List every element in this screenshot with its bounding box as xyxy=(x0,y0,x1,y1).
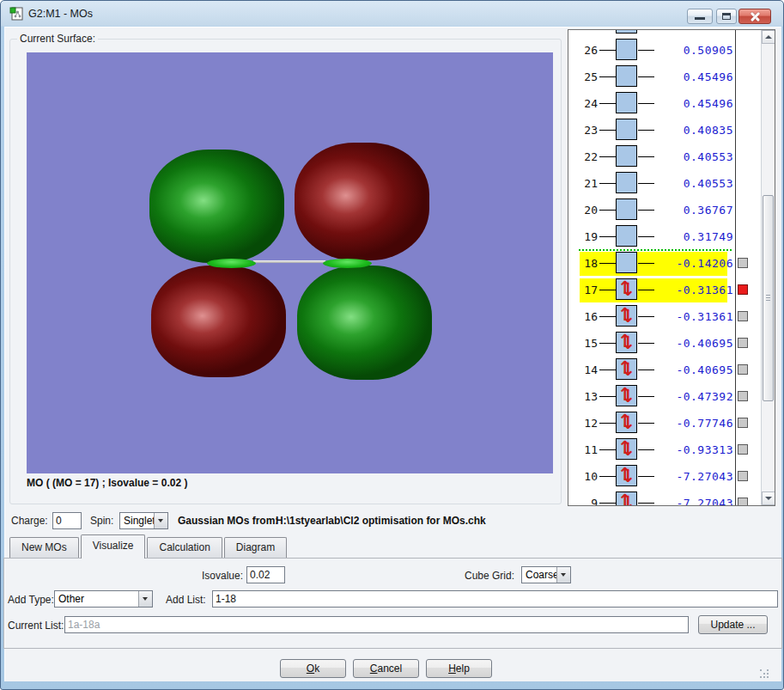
orbital-occupancy-box[interactable]: ↑↓ xyxy=(616,492,637,506)
energy-level-line xyxy=(599,476,616,477)
mo-surface-checkbox-11[interactable] xyxy=(738,444,748,455)
orbital-occupancy-box[interactable] xyxy=(616,65,637,87)
charge-input[interactable] xyxy=(52,512,82,529)
tab-visualize[interactable]: Visualize xyxy=(81,534,146,559)
mo-number: 23 xyxy=(574,124,598,137)
spin-dropdown-button[interactable] xyxy=(154,513,167,528)
orbital-occupancy-box[interactable] xyxy=(616,172,637,193)
orbital-occupancy-box[interactable] xyxy=(616,29,637,34)
mo-row-22[interactable]: 220.40553 xyxy=(568,144,775,170)
mo-number: 22 xyxy=(574,150,598,163)
mo-energy-value: -0.77746 xyxy=(654,417,733,430)
energy-level-line xyxy=(599,290,616,290)
orbital-occupancy-box[interactable]: ↑↓ xyxy=(616,412,637,433)
help-button[interactable]: Help xyxy=(426,659,492,678)
spin-down-arrow-icon: ↓ xyxy=(620,440,635,460)
chevron-down-icon xyxy=(158,519,163,522)
mo-surface-checkbox-14[interactable] xyxy=(738,364,748,375)
mo-row-23[interactable]: 230.40835 xyxy=(568,118,775,143)
energy-level-line xyxy=(599,263,616,264)
maximize-button[interactable] xyxy=(716,9,737,24)
charge-label: Charge: xyxy=(11,515,48,527)
orbital-occupancy-box[interactable] xyxy=(616,92,637,113)
tab-new-mos[interactable]: New MOs xyxy=(9,537,79,558)
mo-row-19[interactable]: 190.31749 xyxy=(568,224,775,250)
orbital-occupancy-box[interactable] xyxy=(616,252,637,273)
mo-row-25[interactable]: 250.45496 xyxy=(568,64,775,90)
orbital-occupancy-box[interactable] xyxy=(616,119,637,140)
mo-surface-checkbox-18[interactable] xyxy=(738,258,748,268)
mo-row-16[interactable]: 16↑↓-0.31361 xyxy=(568,304,775,330)
tab-diagram[interactable]: Diagram xyxy=(224,537,287,558)
mo-surface-checkbox-15[interactable] xyxy=(738,338,748,348)
cancel-button[interactable]: Cancel xyxy=(353,659,419,678)
energy-level-line xyxy=(599,236,616,237)
mo-surface-checkbox-9[interactable] xyxy=(738,498,748,506)
spin-down-arrow-icon: ↓ xyxy=(620,387,635,406)
spin-down-arrow-icon: ↓ xyxy=(620,333,635,353)
add-type-dropdown[interactable]: Other xyxy=(54,590,153,608)
orbital-occupancy-box[interactable]: ↑↓ xyxy=(616,332,637,353)
mo-surface-checkbox-10[interactable] xyxy=(738,471,748,481)
orbital-occupancy-box[interactable] xyxy=(616,145,637,167)
orbital-occupancy-box[interactable] xyxy=(616,198,637,220)
minimize-button[interactable] xyxy=(687,9,713,24)
mo-surface-checkbox-13[interactable] xyxy=(738,391,748,401)
mo-row-15[interactable]: 15↑↓-0.40695 xyxy=(568,331,775,357)
energy-level-line xyxy=(599,396,616,397)
ok-button[interactable]: Ok xyxy=(280,659,346,678)
source-path: H:\1styearlab\Cl2 optimisation for MOs.c… xyxy=(276,515,486,527)
mo-row-24[interactable]: 240.45496 xyxy=(568,91,775,117)
mo-row-26[interactable]: 260.50905 xyxy=(568,38,775,64)
mo-row-12[interactable]: 12↑↓-0.77746 xyxy=(568,411,775,437)
orbital-occupancy-box[interactable]: ↑↓ xyxy=(616,278,637,300)
mo-row-21[interactable]: 210.40553 xyxy=(568,171,775,197)
current-list-input[interactable] xyxy=(64,616,689,633)
chevron-down-icon xyxy=(561,573,566,577)
mo-row-14[interactable]: 14↑↓-0.40695 xyxy=(568,357,775,383)
mo-row-27[interactable]: 27 xyxy=(568,29,775,37)
orbital-occupancy-box[interactable]: ↑↓ xyxy=(616,465,637,486)
mo-row-10[interactable]: 10↑↓-7.27043 xyxy=(568,464,775,490)
title-bar[interactable]: G2:M1 - MOs xyxy=(1,1,784,27)
spin-down-arrow-icon: ↓ xyxy=(620,413,635,433)
mo-row-20[interactable]: 200.36767 xyxy=(568,198,775,223)
mo-row-17[interactable]: 17↑↓-0.31361 xyxy=(568,278,775,303)
orbital-occupancy-box[interactable] xyxy=(616,225,637,247)
resize-grip[interactable] xyxy=(760,669,772,681)
energy-level-line xyxy=(638,183,654,184)
mo-3d-viewport[interactable] xyxy=(27,52,553,473)
surface-caption: MO ( (MO = 17) ; Isovalue = 0.02 ) xyxy=(27,477,187,489)
mo-surface-checkbox-17[interactable] xyxy=(738,284,748,295)
energy-level-line xyxy=(599,210,616,211)
close-button[interactable] xyxy=(738,9,771,24)
energy-level-line xyxy=(599,130,616,131)
orbital-occupancy-box[interactable]: ↑↓ xyxy=(616,385,637,406)
orbital-occupancy-box[interactable]: ↑↓ xyxy=(616,358,637,380)
mo-surface-checkbox-16[interactable] xyxy=(738,311,748,321)
mo-row-13[interactable]: 13↑↓-0.47392 xyxy=(568,384,775,410)
orbital-occupancy-box[interactable] xyxy=(616,39,637,60)
mo-row-11[interactable]: 11↑↓-0.93313 xyxy=(568,437,775,463)
energy-level-line xyxy=(638,449,654,450)
mo-energy-value: -0.93313 xyxy=(654,443,733,456)
cube-grid-dropdown[interactable]: Coarse xyxy=(521,566,571,583)
orbital-occupancy-box[interactable]: ↑↓ xyxy=(616,305,637,327)
mo-number: 11 xyxy=(574,443,598,456)
tab-calculation[interactable]: Calculation xyxy=(147,537,222,558)
update-button[interactable]: Update ... xyxy=(698,615,768,634)
mo-number: 16 xyxy=(574,310,598,323)
mo-row-9[interactable]: 9↑↓-7.27043 xyxy=(568,491,775,506)
mo-number: 19 xyxy=(574,230,598,243)
mo-surface-checkbox-12[interactable] xyxy=(738,418,748,428)
maximize-icon xyxy=(722,13,731,20)
spin-dropdown[interactable]: Singlet xyxy=(119,512,168,529)
isovalue-input[interactable] xyxy=(246,566,285,583)
add-list-input[interactable] xyxy=(212,590,778,608)
energy-level-line xyxy=(599,103,616,104)
add-type-value: Other xyxy=(55,591,138,607)
cube-grid-dropdown-button[interactable] xyxy=(556,567,570,583)
mo-row-18[interactable]: 18-0.14206 xyxy=(568,251,775,277)
add-type-dropdown-button[interactable] xyxy=(138,591,152,607)
orbital-occupancy-box[interactable]: ↑↓ xyxy=(616,438,637,460)
